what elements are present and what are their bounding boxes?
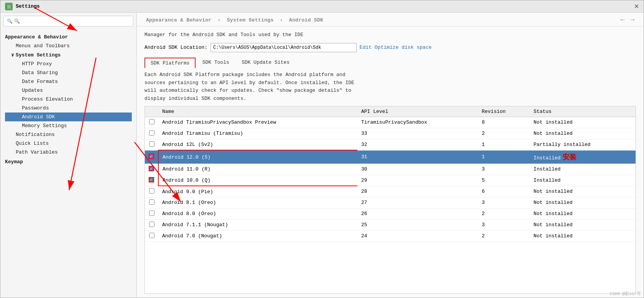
cell-name: Android 11.0 (R) — [158, 164, 357, 175]
main-top: Appearance & Behavior › System Settings … — [137, 13, 644, 68]
table-row[interactable]: Android 7.1.1 (Nougat)253Not installed — [145, 219, 636, 230]
col-api-level: API Level — [357, 106, 478, 117]
col-name: Name — [158, 106, 357, 117]
table-row[interactable]: Android 11.0 (R)303Installed — [145, 164, 636, 175]
edit-link[interactable]: Edit — [360, 45, 372, 50]
forward-button[interactable]: → — [629, 16, 636, 24]
cell-revision: 2 — [478, 208, 530, 219]
cell-name: Android TiramisuPrivacySandbox Preview — [158, 117, 357, 128]
sidebar-item-updates[interactable]: Updates — [5, 86, 132, 95]
checkbox-unchecked[interactable] — [149, 119, 154, 124]
keymap-title: Keymap — [5, 157, 132, 166]
sidebar-item-data-sharing[interactable]: Data Sharing — [5, 68, 132, 77]
settings-window: 🤖 Settings ✕ 🔍 Appearance & Behavior Men… — [0, 0, 644, 298]
cell-revision: 3 — [478, 164, 530, 175]
checkbox-checked[interactable] — [149, 177, 154, 182]
checkbox-checked[interactable] — [149, 154, 154, 159]
checkbox-unchecked[interactable] — [149, 199, 154, 205]
main-panel: Appearance & Behavior › System Settings … — [137, 13, 644, 298]
cell-name: Android Tiramisu (Tiramisu) — [158, 128, 357, 139]
cell-status: Installed 安装 — [530, 150, 636, 164]
optimize-link[interactable]: Optimize disk space — [375, 45, 432, 50]
cell-name: Android 12L (Sv2) — [158, 139, 357, 150]
table-row[interactable]: Android Tiramisu (Tiramisu)332Not instal… — [145, 128, 636, 139]
cell-revision: 3 — [478, 197, 530, 208]
sidebar: 🔍 Appearance & Behavior Menus and Toolba… — [0, 13, 137, 298]
sdk-location-input[interactable] — [211, 43, 357, 52]
sidebar-item-android-sdk[interactable]: Android SDK — [5, 113, 132, 121]
sdk-location-label: Android SDK Location: — [144, 45, 207, 50]
table-row[interactable]: Android 12.0 (S)311Installed 安装 — [145, 150, 636, 164]
window-title: Settings — [16, 3, 40, 9]
table-row[interactable]: Android 9.0 (Pie)286Not installed — [145, 186, 636, 197]
table-row[interactable]: Android 10.0 (Q)295Installed — [145, 175, 636, 186]
sidebar-item-path-variables[interactable]: Path Variables — [5, 148, 132, 157]
cell-api: 29 — [357, 175, 478, 186]
cell-status: Not installed — [530, 208, 636, 219]
table-row[interactable]: Android 7.0 (Nougat)242Not installed — [145, 230, 636, 242]
back-button[interactable]: ← — [619, 16, 626, 24]
cell-api: 24 — [357, 230, 478, 242]
checkbox-unchecked[interactable] — [149, 130, 154, 136]
cell-revision: 2 — [478, 230, 530, 242]
cell-api: TiramisuPrivacySandbox — [357, 117, 478, 128]
cell-revision: 5 — [478, 175, 530, 186]
appearance-behavior-title: Appearance & Behavior — [5, 32, 132, 41]
breadcrumb: Appearance & Behavior › System Settings … — [144, 17, 636, 23]
col-checkbox — [145, 106, 158, 117]
search-input[interactable] — [14, 18, 130, 24]
checkbox-unchecked[interactable] — [149, 141, 154, 147]
sidebar-system-settings[interactable]: ∨ System Settings — [5, 50, 132, 60]
annotation-chinese: 安装 — [561, 153, 576, 161]
sidebar-item-process-elevation[interactable]: Process Elevation — [5, 95, 132, 104]
sdk-description: Manager for the Android SDK and Tools us… — [137, 26, 644, 41]
sidebar-item-date-formats[interactable]: Date Formats — [5, 77, 132, 86]
table-row[interactable]: Android 12L (Sv2)321Partially installed — [145, 139, 636, 150]
sidebar-item-passwords[interactable]: Passwords — [5, 104, 132, 113]
search-box[interactable]: 🔍 — [3, 16, 133, 26]
checkbox-unchecked[interactable] — [149, 233, 154, 238]
sidebar-item-memory-settings[interactable]: Memory Settings — [5, 121, 132, 130]
cell-name: Android 7.0 (Nougat) — [158, 230, 357, 242]
title-bar-left: 🤖 Settings — [5, 3, 40, 10]
tab-bar: SDK Platforms SDK Tools SDK Update Sites — [137, 54, 644, 68]
cell-name: Android 8.0 (Oreo) — [158, 208, 357, 219]
cell-status: Partially installed — [530, 139, 636, 150]
checkbox-checked[interactable] — [149, 166, 154, 171]
cell-name: Android 7.1.1 (Nougat) — [158, 219, 357, 230]
col-revision: Revision — [478, 106, 530, 117]
watermark: CSDN @彩sir哥 — [610, 291, 641, 296]
table-row[interactable]: Android 8.0 (Oreo)262Not installed — [145, 208, 636, 219]
title-bar: 🤖 Settings ✕ — [0, 0, 644, 13]
checkbox-unchecked[interactable] — [149, 222, 154, 227]
cell-revision: 8 — [478, 117, 530, 128]
cell-api: 25 — [357, 219, 478, 230]
table-row[interactable]: Android TiramisuPrivacySandbox PreviewTi… — [145, 117, 636, 128]
cell-name: Android 10.0 (Q) — [158, 175, 357, 186]
sidebar-item-http-proxy[interactable]: HTTP Proxy — [5, 60, 132, 68]
sidebar-item-notifications[interactable]: Notifications — [5, 130, 132, 139]
checkbox-unchecked[interactable] — [149, 210, 154, 216]
cell-api: 33 — [357, 128, 478, 139]
tab-sdk-update-sites[interactable]: SDK Update Sites — [236, 57, 295, 68]
cell-name: Android 12.0 (S) — [158, 150, 357, 164]
cell-revision: 1 — [478, 150, 530, 164]
cell-status: Not installed — [530, 117, 636, 128]
cell-status: Not installed — [530, 230, 636, 242]
tab-sdk-tools[interactable]: SDK Tools — [196, 57, 235, 68]
sdk-table: Name API Level Revision Status Android T… — [145, 106, 636, 242]
col-status: Status — [530, 106, 636, 117]
checkbox-unchecked[interactable] — [149, 188, 154, 194]
cell-status: Installed — [530, 164, 636, 175]
cell-api: 28 — [357, 186, 478, 197]
close-button[interactable]: ✕ — [634, 3, 639, 10]
cell-status: Installed — [530, 175, 636, 186]
table-row[interactable]: Android 8.1 (Oreo)273Not installed — [145, 197, 636, 208]
sidebar-item-quick-lists[interactable]: Quick Lists — [5, 139, 132, 148]
tab-sdk-platforms[interactable]: SDK Platforms — [144, 58, 196, 68]
sdk-location-row: Android SDK Location: Edit Optimize disk… — [137, 41, 644, 54]
sidebar-item-menus-toolbars[interactable]: Menus and Toolbars — [5, 41, 132, 50]
content-area: 🔍 Appearance & Behavior Menus and Toolba… — [0, 13, 644, 298]
sdk-table-container[interactable]: Name API Level Revision Status Android T… — [144, 106, 636, 294]
cell-api: 32 — [357, 139, 478, 150]
